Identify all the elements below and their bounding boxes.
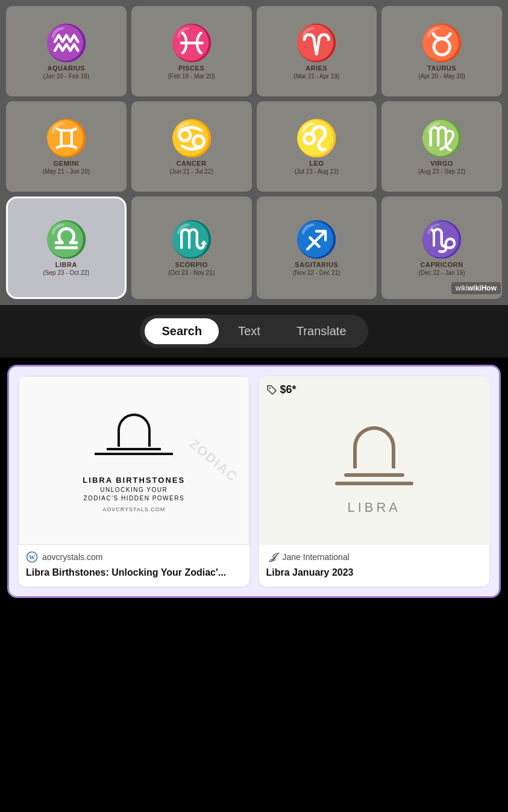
wikihow-bold: wikiHow <box>468 284 497 292</box>
card-image-aov: ZODIAC LIBRA BIRTHSTONES UNLOCKING YOUR … <box>19 376 249 545</box>
aquarius-symbol: ♒ <box>45 26 88 61</box>
libra-text-right: LIBRA <box>347 500 401 515</box>
text-button[interactable]: Text <box>221 318 277 344</box>
price-badge: $6* <box>266 383 296 396</box>
taurus-symbol: ♉ <box>420 26 463 61</box>
translate-button[interactable]: Translate <box>280 318 363 344</box>
svg-text:W: W <box>29 554 35 561</box>
aquarius-name: AQUARIUS <box>48 65 86 72</box>
card-text-block-aov: LIBRA BIRTHSTONES UNLOCKING YOUR ZODIAC'… <box>83 476 185 512</box>
card-image-jane: $6* LIBRA <box>259 376 490 545</box>
price-text: $6* <box>280 383 296 396</box>
source-domain-jane: Jane International <box>283 552 350 562</box>
source-domain-aov: aovcrystals.com <box>42 552 102 562</box>
scorpio-name: SCORPIO <box>175 261 208 268</box>
cancer-dates: (Jun 21 - Jul 22) <box>169 168 213 175</box>
virgo-symbol: ♍ <box>420 121 463 156</box>
capricorn-name: CAPRICORN <box>421 261 463 268</box>
zodiac-cell-sagittarius[interactable]: ♐ SAGITARIUS (Nov 22 - Dec 21) <box>257 197 377 299</box>
result-card-jane[interactable]: $6* LIBRA 𝒥 Jane International Libra Jan… <box>259 376 490 587</box>
pisces-symbol: ♓ <box>170 26 213 61</box>
scorpio-symbol: ♏ <box>170 222 213 257</box>
taurus-dates: (Apr 20 - May 20) <box>418 73 465 80</box>
card-image-subtitle2: ZODIAC'S HIDDEN POWERS <box>83 495 185 502</box>
virgo-name: VIRGO <box>430 160 453 167</box>
libra-dates: (Sep 23 - Oct 22) <box>43 269 90 276</box>
leo-symbol: ♌ <box>295 121 338 156</box>
svg-point-2 <box>269 387 270 388</box>
zodiac-cell-scorpio[interactable]: ♏ SCORPIO (Oct 23 - Nov 21) <box>131 197 252 299</box>
card-image-title: LIBRA BIRTHSTONES <box>83 476 185 485</box>
zodiac-section: ♒ AQUARIUS (Jan 20 - Feb 18) ♓ PISCES (F… <box>0 0 508 305</box>
card-headline-aov: Libra Birthstones: Unlocking Your Zodiac… <box>26 567 242 579</box>
wordpress-icon: W <box>26 551 38 563</box>
sagittarius-dates: (Nov 22 - Dec 21) <box>293 269 340 276</box>
zodiac-cell-taurus[interactable]: ♉ TAURUS (Apr 20 - May 20) <box>381 6 502 96</box>
watermark-text: ZODIAC <box>186 436 241 485</box>
zodiac-cell-aries[interactable]: ♈ ARIES (Mar 21 - Apr 19) <box>257 6 377 96</box>
sagittarius-name: SAGITARIUS <box>295 261 338 268</box>
card-source-aov: W aovcrystals.com <box>26 551 242 563</box>
pisces-dates: (Feb 19 - Mar 20) <box>168 73 215 80</box>
capricorn-symbol: ♑ <box>420 222 463 257</box>
leo-name: LEO <box>309 160 324 167</box>
sagittarius-symbol: ♐ <box>295 222 338 257</box>
result-card-aov[interactable]: ZODIAC LIBRA BIRTHSTONES UNLOCKING YOUR … <box>19 376 249 587</box>
jane-icon: 𝒥 <box>266 551 278 563</box>
taurus-name: TAURUS <box>427 65 456 72</box>
card-footer-jane: 𝒥 Jane International Libra January 2023 <box>259 545 490 587</box>
card-source-jane: 𝒥 Jane International <box>266 551 483 563</box>
pisces-name: PISCES <box>178 65 204 72</box>
zodiac-cell-libra[interactable]: ♎ LIBRA (Sep 23 - Oct 22) <box>6 197 127 299</box>
aries-name: ARIES <box>306 65 327 72</box>
aries-symbol: ♈ <box>295 26 338 61</box>
scorpio-dates: (Oct 23 - Nov 21) <box>168 269 215 276</box>
virgo-dates: (Aug 23 - Sep 22) <box>418 168 466 175</box>
card-headline-jane: Libra January 2023 <box>266 567 483 579</box>
leo-dates: (Jul 23 - Aug 22) <box>295 168 339 175</box>
zodiac-cell-pisces[interactable]: ♓ PISCES (Feb 19 - Mar 20) <box>131 6 252 96</box>
aries-dates: (Mar 21 - Apr 19) <box>294 73 340 80</box>
aquarius-dates: (Jan 20 - Feb 18) <box>43 73 90 80</box>
zodiac-grid: ♒ AQUARIUS (Jan 20 - Feb 18) ♓ PISCES (F… <box>6 6 502 299</box>
wikihow-badge: wikiwikiHow <box>451 282 501 294</box>
card-image-subtitle: UNLOCKING YOUR <box>83 486 185 493</box>
cancer-symbol: ♋ <box>170 121 213 156</box>
zodiac-cell-virgo[interactable]: ♍ VIRGO (Aug 23 - Sep 22) <box>381 101 502 192</box>
zodiac-cell-cancer[interactable]: ♋ CANCER (Jun 21 - Jul 22) <box>131 101 252 192</box>
zodiac-cell-gemini[interactable]: ♊ GEMINI (May 21 - Jun 20) <box>6 101 127 192</box>
gemini-symbol: ♊ <box>45 121 88 156</box>
capricorn-dates: (Dec 22 - Jan 19) <box>418 269 465 276</box>
results-grid: ZODIAC LIBRA BIRTHSTONES UNLOCKING YOUR … <box>19 376 489 587</box>
price-tag-icon <box>266 385 277 395</box>
card-footer-aov: W aovcrystals.com Libra Birthstones: Unl… <box>19 545 249 587</box>
libra-symbol: ♎ <box>45 222 88 257</box>
card-image-website: AOVCRYSTALS.COM <box>83 506 185 512</box>
gemini-dates: (May 21 - Jun 20) <box>43 168 90 175</box>
cancer-name: CANCER <box>177 160 207 167</box>
zodiac-cell-aquarius[interactable]: ♒ AQUARIUS (Jan 20 - Feb 18) <box>6 6 127 96</box>
libra-name: LIBRA <box>55 261 77 268</box>
search-button[interactable]: Search <box>145 318 219 344</box>
results-section: ZODIAC LIBRA BIRTHSTONES UNLOCKING YOUR … <box>7 365 501 598</box>
action-bar-inner: Search Text Translate <box>140 315 368 348</box>
action-bar: Search Text Translate <box>0 305 508 357</box>
zodiac-cell-leo[interactable]: ♌ LEO (Jul 23 - Aug 22) <box>257 101 377 192</box>
gemini-name: GEMINI <box>54 160 79 167</box>
